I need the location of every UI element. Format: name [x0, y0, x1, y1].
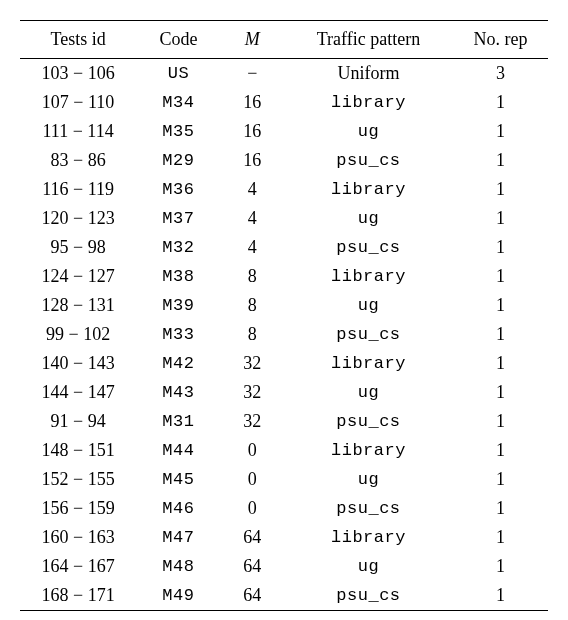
- traffic-pattern-cell: library: [284, 175, 453, 204]
- tests-id-cell: 164 − 167: [20, 552, 136, 581]
- code-cell: M38: [136, 262, 220, 291]
- code-cell: US: [136, 59, 220, 89]
- code-cell: M34: [136, 88, 220, 117]
- traffic-pattern-cell: ug: [284, 204, 453, 233]
- m-cell: 16: [221, 146, 284, 175]
- no-rep-cell: 1: [453, 378, 548, 407]
- tests-id-cell: 95 − 98: [20, 233, 136, 262]
- code-cell: M46: [136, 494, 220, 523]
- m-cell: 0: [221, 436, 284, 465]
- table-row: 111 − 114M3516ug1: [20, 117, 548, 146]
- traffic-pattern-cell: ug: [284, 465, 453, 494]
- m-cell: 0: [221, 465, 284, 494]
- m-cell: 16: [221, 88, 284, 117]
- code-cell: M36: [136, 175, 220, 204]
- code-cell: M47: [136, 523, 220, 552]
- table-row: 95 − 98M324psu_cs1: [20, 233, 548, 262]
- code-cell: M37: [136, 204, 220, 233]
- data-table: Tests id Code M Traffic pattern No. rep …: [20, 20, 548, 611]
- no-rep-cell: 1: [453, 204, 548, 233]
- tests-id-cell: 168 − 171: [20, 581, 136, 611]
- no-rep-cell: 1: [453, 262, 548, 291]
- code-cell: M39: [136, 291, 220, 320]
- traffic-pattern-cell: library: [284, 262, 453, 291]
- traffic-pattern-cell: ug: [284, 552, 453, 581]
- code-cell: M33: [136, 320, 220, 349]
- table-row: 124 − 127M388library1: [20, 262, 548, 291]
- table-row: 120 − 123M374ug1: [20, 204, 548, 233]
- no-rep-cell: 1: [453, 88, 548, 117]
- table-row: 156 − 159M460psu_cs1: [20, 494, 548, 523]
- table-row: 83 − 86M2916psu_cs1: [20, 146, 548, 175]
- table-row: 164 − 167M4864ug1: [20, 552, 548, 581]
- m-cell: 32: [221, 349, 284, 378]
- no-rep-cell: 3: [453, 59, 548, 89]
- m-cell: 8: [221, 291, 284, 320]
- table-row: 103 − 106US−Uniform3: [20, 59, 548, 89]
- header-code: Code: [136, 21, 220, 59]
- table-row: 140 − 143M4232library1: [20, 349, 548, 378]
- tests-id-cell: 124 − 127: [20, 262, 136, 291]
- header-row: Tests id Code M Traffic pattern No. rep: [20, 21, 548, 59]
- m-cell: 32: [221, 378, 284, 407]
- no-rep-cell: 1: [453, 117, 548, 146]
- tests-id-cell: 156 − 159: [20, 494, 136, 523]
- code-cell: M31: [136, 407, 220, 436]
- no-rep-cell: 1: [453, 552, 548, 581]
- table-row: 91 − 94M3132psu_cs1: [20, 407, 548, 436]
- table-body: 103 − 106US−Uniform3107 − 110M3416librar…: [20, 59, 548, 611]
- tests-id-cell: 107 − 110: [20, 88, 136, 117]
- traffic-pattern-cell: psu_cs: [284, 581, 453, 611]
- no-rep-cell: 1: [453, 465, 548, 494]
- no-rep-cell: 1: [453, 581, 548, 611]
- table-row: 148 − 151M440library1: [20, 436, 548, 465]
- traffic-pattern-cell: psu_cs: [284, 320, 453, 349]
- m-cell: 32: [221, 407, 284, 436]
- traffic-pattern-cell: library: [284, 88, 453, 117]
- header-no-rep: No. rep: [453, 21, 548, 59]
- table-row: 168 − 171M4964psu_cs1: [20, 581, 548, 611]
- traffic-pattern-cell: ug: [284, 378, 453, 407]
- tests-id-cell: 111 − 114: [20, 117, 136, 146]
- code-cell: M49: [136, 581, 220, 611]
- no-rep-cell: 1: [453, 436, 548, 465]
- m-cell: 64: [221, 581, 284, 611]
- no-rep-cell: 1: [453, 349, 548, 378]
- code-cell: M44: [136, 436, 220, 465]
- tests-id-cell: 152 − 155: [20, 465, 136, 494]
- code-cell: M42: [136, 349, 220, 378]
- table-row: 128 − 131M398ug1: [20, 291, 548, 320]
- m-cell: 64: [221, 552, 284, 581]
- no-rep-cell: 1: [453, 233, 548, 262]
- table-row: 99 − 102M338psu_cs1: [20, 320, 548, 349]
- table-row: 107 − 110M3416library1: [20, 88, 548, 117]
- traffic-pattern-cell: ug: [284, 117, 453, 146]
- table-row: 116 − 119M364library1: [20, 175, 548, 204]
- m-cell: 4: [221, 204, 284, 233]
- traffic-pattern-cell: psu_cs: [284, 407, 453, 436]
- traffic-pattern-cell: ug: [284, 291, 453, 320]
- table-row: 144 − 147M4332ug1: [20, 378, 548, 407]
- code-cell: M45: [136, 465, 220, 494]
- m-cell: 8: [221, 262, 284, 291]
- code-cell: M48: [136, 552, 220, 581]
- traffic-pattern-cell: psu_cs: [284, 146, 453, 175]
- header-traffic-pattern: Traffic pattern: [284, 21, 453, 59]
- traffic-pattern-cell: psu_cs: [284, 233, 453, 262]
- no-rep-cell: 1: [453, 407, 548, 436]
- table-row: 152 − 155M450ug1: [20, 465, 548, 494]
- code-cell: M35: [136, 117, 220, 146]
- no-rep-cell: 1: [453, 523, 548, 552]
- code-cell: M29: [136, 146, 220, 175]
- tests-id-cell: 99 − 102: [20, 320, 136, 349]
- header-tests-id: Tests id: [20, 21, 136, 59]
- code-cell: M43: [136, 378, 220, 407]
- m-cell: 64: [221, 523, 284, 552]
- tests-id-cell: 103 − 106: [20, 59, 136, 89]
- test-parameters-table: Tests id Code M Traffic pattern No. rep …: [20, 20, 548, 611]
- traffic-pattern-cell: library: [284, 349, 453, 378]
- m-cell: 8: [221, 320, 284, 349]
- m-cell: 16: [221, 117, 284, 146]
- tests-id-cell: 144 − 147: [20, 378, 136, 407]
- m-cell: −: [221, 59, 284, 89]
